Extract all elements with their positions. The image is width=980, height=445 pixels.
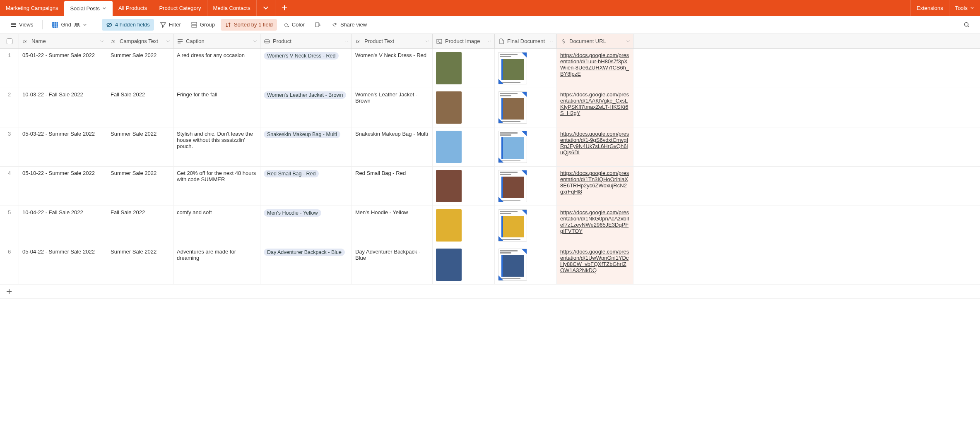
tab-social-posts[interactable]: Social Posts	[64, 1, 113, 16]
cell-caption[interactable]: comfy and soft	[173, 206, 260, 245]
cell-product[interactable]: Snakeskin Makeup Bag - Multi	[260, 127, 352, 166]
document-link[interactable]: https://docs.google.com/presentation/d/1…	[560, 52, 629, 77]
cell-document-url[interactable]: https://docs.google.com/presentation/d/1…	[557, 245, 633, 284]
cell-campaigns-text[interactable]: Summer Sale 2022	[107, 127, 173, 166]
row-height-button[interactable]	[311, 19, 325, 31]
column-header-campaigns-text[interactable]: fx Campaigns Text	[107, 34, 173, 48]
column-header-product-image[interactable]: Product Image	[433, 34, 495, 48]
select-all-cell[interactable]	[0, 34, 19, 48]
cell-name[interactable]: 05-01-22 - Summer Sale 2022	[19, 49, 107, 88]
chevron-down-icon[interactable]	[425, 39, 430, 44]
share-view-button[interactable]: Share view	[327, 19, 371, 31]
add-tab-button[interactable]	[275, 0, 294, 16]
cell-product[interactable]: Women's Leather Jacket - Brown	[260, 88, 352, 127]
cell-product-text[interactable]: Women's Leather Jacket - Brown	[352, 88, 433, 127]
document-link[interactable]: https://docs.google.com/presentation/d/1…	[560, 91, 629, 116]
cell-product[interactable]: Day Adventurer Backpack - Blue	[260, 245, 352, 284]
document-thumbnail[interactable]	[498, 52, 527, 84]
cell-final-document[interactable]	[495, 88, 557, 127]
column-header-product-text[interactable]: fx Product Text	[352, 34, 433, 48]
document-thumbnail[interactable]	[498, 249, 527, 281]
image-thumbnail[interactable]	[436, 209, 462, 242]
cell-product[interactable]: Red Small Bag - Red	[260, 167, 352, 206]
cell-caption[interactable]: Fringe for the fall	[173, 88, 260, 127]
cell-campaigns-text[interactable]: Fall Sale 2022	[107, 88, 173, 127]
document-link[interactable]: https://docs.google.com/presentation/d/1…	[560, 209, 629, 234]
table-row[interactable]: 5 10-04-22 - Fall Sale 2022 Fall Sale 20…	[0, 206, 980, 245]
cell-product-text[interactable]: Men's Hoodie - Yellow	[352, 206, 433, 245]
document-thumbnail[interactable]	[498, 170, 527, 202]
cell-campaigns-text[interactable]: Summer Sale 2022	[107, 167, 173, 206]
cell-name[interactable]: 05-10-22 - Summer Sale 2022	[19, 167, 107, 206]
table-row[interactable]: 1 05-01-22 - Summer Sale 2022 Summer Sal…	[0, 49, 980, 88]
grid-view-button[interactable]: Grid	[48, 19, 91, 31]
sort-button[interactable]: Sorted by 1 field	[221, 19, 277, 31]
document-link[interactable]: https://docs.google.com/presentation/d/1…	[560, 249, 629, 273]
cell-caption[interactable]: A red dress for any occasion	[173, 49, 260, 88]
cell-document-url[interactable]: https://docs.google.com/presentation/d/1…	[557, 88, 633, 127]
chevron-down-icon[interactable]	[253, 39, 258, 44]
cell-name[interactable]: 10-03-22 - Fall Sale 2022	[19, 88, 107, 127]
cell-product[interactable]: Men's Hoodie - Yellow	[260, 206, 352, 245]
cell-product-image[interactable]	[433, 206, 495, 245]
cell-final-document[interactable]	[495, 49, 557, 88]
cell-product-image[interactable]	[433, 49, 495, 88]
cell-caption[interactable]: Stylish and chic. Don't leave the house …	[173, 127, 260, 166]
document-link[interactable]: https://docs.google.com/presentation/d/1…	[560, 170, 629, 195]
filter-button[interactable]: Filter	[156, 19, 185, 31]
column-header-document-url[interactable]: Document URL	[557, 34, 633, 48]
cell-product-image[interactable]	[433, 167, 495, 206]
tab-marketing-campaigns[interactable]: Marketing Campaigns	[0, 0, 64, 16]
document-thumbnail[interactable]	[498, 91, 527, 124]
table-row[interactable]: 2 10-03-22 - Fall Sale 2022 Fall Sale 20…	[0, 88, 980, 127]
hidden-fields-button[interactable]: 4 hidden fields	[102, 19, 154, 31]
cell-product[interactable]: Women's V Neck Dress - Red	[260, 49, 352, 88]
image-thumbnail[interactable]	[436, 91, 462, 124]
cell-product-text[interactable]: Snakeskin Makeup Bag - Multi	[352, 127, 433, 166]
cell-document-url[interactable]: https://docs.google.com/presentation/d/1…	[557, 49, 633, 88]
column-header-product[interactable]: Product	[260, 34, 352, 48]
chevron-down-icon[interactable]	[626, 39, 631, 44]
column-header-name[interactable]: fx Name	[19, 34, 107, 48]
image-thumbnail[interactable]	[436, 131, 462, 163]
table-row[interactable]: 4 05-10-22 - Summer Sale 2022 Summer Sal…	[0, 167, 980, 206]
linked-record-tag[interactable]: Snakeskin Makeup Bag - Multi	[264, 131, 340, 138]
table-row[interactable]: 3 05-03-22 - Summer Sale 2022 Summer Sal…	[0, 127, 980, 167]
cell-caption[interactable]: Adventures are made for dreaming	[173, 245, 260, 284]
chevron-down-icon[interactable]	[102, 6, 106, 10]
cell-product-image[interactable]	[433, 88, 495, 127]
cell-caption[interactable]: Get 20% off for the next 48 hours with c…	[173, 167, 260, 206]
cell-document-url[interactable]: https://docs.google.com/presentation/d/1…	[557, 167, 633, 206]
chevron-down-icon[interactable]	[549, 39, 554, 44]
cell-product-text[interactable]: Day Adventurer Backpack - Blue	[352, 245, 433, 284]
color-button[interactable]: Color	[279, 19, 309, 31]
linked-record-tag[interactable]: Women's V Neck Dress - Red	[264, 52, 339, 60]
column-header-caption[interactable]: Caption	[173, 34, 260, 48]
chevron-down-icon[interactable]	[99, 39, 104, 44]
linked-record-tag[interactable]: Red Small Bag - Red	[264, 170, 319, 177]
cell-document-url[interactable]: https://docs.google.com/presentation/d/1…	[557, 127, 633, 166]
cell-name[interactable]: 10-04-22 - Fall Sale 2022	[19, 206, 107, 245]
image-thumbnail[interactable]	[436, 249, 462, 281]
cell-document-url[interactable]: https://docs.google.com/presentation/d/1…	[557, 206, 633, 245]
cell-campaigns-text[interactable]: Summer Sale 2022	[107, 245, 173, 284]
tab-overflow[interactable]	[257, 0, 275, 16]
image-thumbnail[interactable]	[436, 170, 462, 202]
tab-product-category[interactable]: Product Category	[153, 0, 207, 16]
chevron-down-icon[interactable]	[344, 39, 349, 44]
linked-record-tag[interactable]: Day Adventurer Backpack - Blue	[264, 249, 345, 256]
extensions-button[interactable]: Extensions	[910, 0, 949, 16]
cell-product-image[interactable]	[433, 245, 495, 284]
group-button[interactable]: Group	[187, 19, 219, 31]
document-link[interactable]: https://docs.google.com/presentation/d/1…	[560, 131, 629, 156]
select-all-checkbox[interactable]	[7, 38, 12, 44]
tab-all-products[interactable]: All Products	[113, 0, 153, 16]
cell-final-document[interactable]	[495, 206, 557, 245]
document-thumbnail[interactable]	[498, 131, 527, 163]
cell-campaigns-text[interactable]: Summer Sale 2022	[107, 49, 173, 88]
add-row-button[interactable]	[0, 285, 980, 299]
linked-record-tag[interactable]: Men's Hoodie - Yellow	[264, 209, 321, 217]
cell-final-document[interactable]	[495, 245, 557, 284]
chevron-down-icon[interactable]	[83, 23, 87, 27]
image-thumbnail[interactable]	[436, 52, 462, 84]
